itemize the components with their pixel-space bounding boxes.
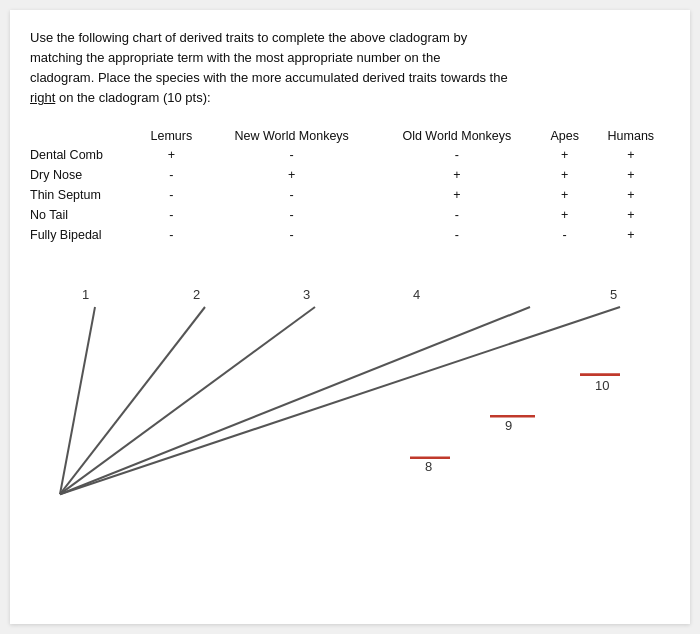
col-header-new-world: New World Monkeys xyxy=(207,127,376,145)
cell-dc-nwm: - xyxy=(207,145,376,165)
cladogram: 1 2 3 4 5 8 9 10 xyxy=(30,255,670,515)
cell-fb-owm: - xyxy=(376,225,537,245)
svg-text:1: 1 xyxy=(82,286,89,301)
cell-nt-apes: + xyxy=(538,205,592,225)
cell-dn-lemur: - xyxy=(136,165,208,185)
table-row: No Tail - - - + + xyxy=(30,205,670,225)
cell-ts-lemur: - xyxy=(136,185,208,205)
table-row: Dry Nose - + + + + xyxy=(30,165,670,185)
svg-text:10: 10 xyxy=(595,378,609,393)
cell-dn-apes: + xyxy=(538,165,592,185)
cell-dc-lemur: + xyxy=(136,145,208,165)
table-row: Fully Bipedal - - - - + xyxy=(30,225,670,245)
cell-dc-owm: - xyxy=(376,145,537,165)
table-row: Thin Septum - - + + + xyxy=(30,185,670,205)
col-header-apes: Apes xyxy=(538,127,592,145)
cell-ts-nwm: - xyxy=(207,185,376,205)
table-row: Dental Comb + - - + + xyxy=(30,145,670,165)
col-header-old-world: Old World Monkeys xyxy=(376,127,537,145)
trait-dental-comb: Dental Comb xyxy=(30,145,136,165)
trait-thin-septum: Thin Septum xyxy=(30,185,136,205)
cell-ts-apes: + xyxy=(538,185,592,205)
svg-line-2 xyxy=(60,307,315,494)
cell-ts-owm: + xyxy=(376,185,537,205)
instruction-line2: matching the appropriate term with the m… xyxy=(30,50,440,65)
cell-ts-humans: + xyxy=(592,185,670,205)
trait-table: Lemurs New World Monkeys Old World Monke… xyxy=(30,127,670,245)
cell-nt-owm: - xyxy=(376,205,537,225)
svg-line-7 xyxy=(60,307,620,494)
cell-dn-owm: + xyxy=(376,165,537,185)
svg-text:4: 4 xyxy=(413,286,420,301)
cell-dc-apes: + xyxy=(538,145,592,165)
svg-text:2: 2 xyxy=(193,286,200,301)
svg-text:8: 8 xyxy=(425,459,432,474)
cell-fb-apes: - xyxy=(538,225,592,245)
col-header-humans: Humans xyxy=(592,127,670,145)
instruction-line1: Use the following chart of derived trait… xyxy=(30,30,467,45)
cell-dn-humans: + xyxy=(592,165,670,185)
trait-fully-bipedal: Fully Bipedal xyxy=(30,225,136,245)
cell-dn-nwm: + xyxy=(207,165,376,185)
svg-text:9: 9 xyxy=(505,417,512,432)
svg-text:3: 3 xyxy=(303,286,310,301)
trait-no-tail: No Tail xyxy=(30,205,136,225)
col-header-trait xyxy=(30,127,136,145)
cell-fb-nwm: - xyxy=(207,225,376,245)
cell-nt-lemur: - xyxy=(136,205,208,225)
page: Use the following chart of derived trait… xyxy=(10,10,690,624)
cell-nt-humans: + xyxy=(592,205,670,225)
instruction-line3: cladogram. Place the species with the mo… xyxy=(30,70,508,85)
trait-dry-nose: Dry Nose xyxy=(30,165,136,185)
svg-line-3 xyxy=(60,307,530,494)
instruction-underline: right xyxy=(30,90,55,105)
svg-line-0 xyxy=(60,307,95,494)
cell-fb-humans: + xyxy=(592,225,670,245)
cell-fb-lemur: - xyxy=(136,225,208,245)
cladogram-svg: 1 2 3 4 5 8 9 10 xyxy=(30,255,670,515)
instruction-line4-rest: on the cladogram (10 pts): xyxy=(55,90,210,105)
svg-text:5: 5 xyxy=(610,286,617,301)
instructions: Use the following chart of derived trait… xyxy=(30,28,670,109)
cell-dc-humans: + xyxy=(592,145,670,165)
col-header-lemurs: Lemurs xyxy=(136,127,208,145)
cell-nt-nwm: - xyxy=(207,205,376,225)
